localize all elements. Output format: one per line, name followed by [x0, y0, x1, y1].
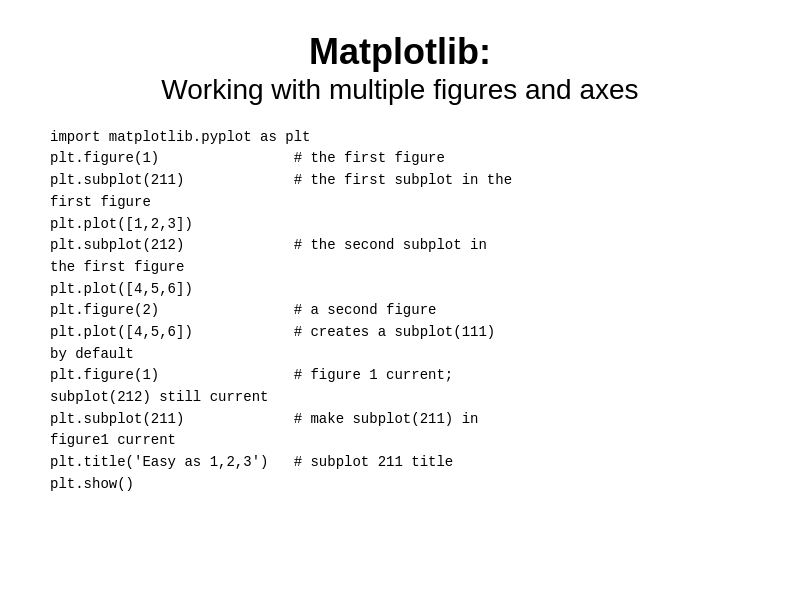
subtitle: Working with multiple figures and axes	[161, 73, 638, 107]
main-title: Matplotlib:	[161, 30, 638, 73]
title-section: Matplotlib: Working with multiple figure…	[161, 30, 638, 107]
page-container: Matplotlib: Working with multiple figure…	[0, 0, 800, 600]
code-block: import matplotlib.pyplot as plt plt.figu…	[40, 127, 760, 496]
